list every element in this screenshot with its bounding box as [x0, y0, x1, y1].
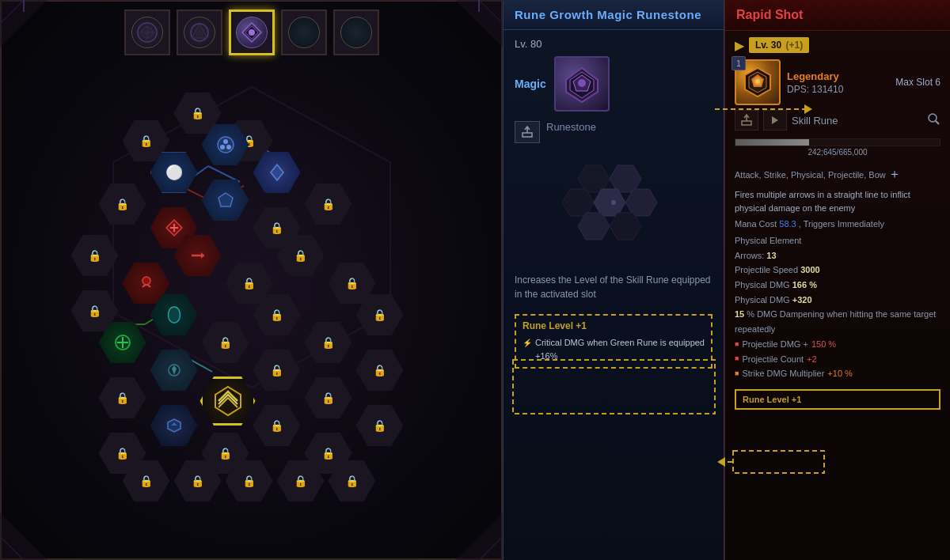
- svg-marker-53: [772, 116, 778, 124]
- hex-node-blue-1[interactable]: ⚪: [149, 150, 200, 195]
- level-badge: Lv. 30 (+1): [749, 37, 809, 53]
- rune-slot-5[interactable]: [333, 9, 379, 55]
- play-btn[interactable]: [763, 110, 787, 131]
- exp-bar-bg: [735, 138, 940, 146]
- svg-point-51: [755, 79, 760, 84]
- hex-node-locked-29[interactable]: 🔒: [327, 459, 378, 503]
- svg-marker-42: [562, 189, 594, 216]
- rune-level-title: Rune Level +1: [522, 320, 705, 331]
- stat-strike-mult: ■ Strike DMG Multiplier +10 %: [735, 366, 940, 381]
- svg-marker-46: [610, 213, 641, 240]
- rapid-dps: DPS: 131410: [787, 84, 843, 95]
- hex-node-locked-22[interactable]: 🔒: [252, 403, 302, 448]
- hex-node-locked-26[interactable]: 🔒: [173, 459, 223, 503]
- export-btn[interactable]: [515, 121, 540, 143]
- hex-node-locked-28[interactable]: 🔒: [276, 459, 326, 503]
- stat-element: Physical Element: [735, 233, 940, 248]
- hex-node-blue-5[interactable]: [149, 403, 200, 448]
- hex-node-locked-4[interactable]: 🔒: [97, 182, 148, 226]
- hex-node-active-selected[interactable]: [199, 375, 257, 427]
- svg-marker-41: [610, 165, 641, 192]
- exp-bar-container: 242;645/665,000: [735, 138, 940, 157]
- runestone-body: Lv. 80 Magic Runestone: [504, 30, 724, 560]
- svg-point-10: [249, 29, 255, 36]
- runestone-level-row: Lv. 80: [515, 38, 712, 50]
- svg-rect-52: [742, 121, 751, 125]
- hex-node-red-3[interactable]: [173, 233, 223, 278]
- stat-phys-pct: Physical DMG 166 %: [735, 278, 940, 293]
- level-arrow-indicator: ▶: [735, 38, 744, 53]
- runestone-title: Rune Growth Magic Runestone: [515, 8, 712, 21]
- skill-tree-panel: 🔒 🔒 🔒 ⚪ 🔒: [0, 0, 503, 560]
- rapid-info-row: 1 Legendary DPS: 131410: [735, 59, 940, 105]
- export-skill-btn[interactable]: [735, 110, 758, 131]
- svg-line-55: [936, 121, 939, 124]
- rune-effect-icon: ⚡: [522, 337, 532, 349]
- hex-node-locked-7[interactable]: 🔒: [70, 233, 120, 278]
- svg-point-38: [578, 79, 586, 87]
- rapid-count-badge: 1: [732, 56, 746, 70]
- skill-rune-label: Skill Rune: [792, 115, 838, 127]
- rapid-mana: Mana Cost 58.3 , Triggers Immediately: [735, 219, 940, 229]
- stat-speed: Projectile Speed 3000: [735, 263, 940, 278]
- rapid-actions: Skill Rune: [735, 110, 940, 131]
- runestone-level: Lv. 80: [515, 38, 542, 50]
- rapid-shot-header: Rapid Shot: [725, 0, 950, 31]
- rapid-rune-level-box: Rune Level +1: [735, 389, 940, 410]
- hex-node-locked-25[interactable]: 🔒: [121, 459, 172, 503]
- hex-node-locked-9[interactable]: 🔒: [276, 233, 326, 278]
- svg-point-47: [611, 200, 616, 205]
- add-tag-btn[interactable]: ＋: [888, 167, 901, 180]
- hex-node-locked-27[interactable]: 🔒: [224, 459, 275, 503]
- search-icon-btn[interactable]: [926, 112, 940, 129]
- svg-marker-1: [0, 0, 48, 47]
- rapid-stats: Legendary DPS: 131410: [787, 70, 843, 95]
- rapid-shot-panel: Rapid Shot ▶ Lv. 30 (+1) 1: [724, 0, 950, 560]
- rune-slot-3[interactable]: [229, 9, 275, 55]
- hex-node-blue-4[interactable]: [200, 178, 251, 222]
- hex-node-locked-15[interactable]: 🔒: [355, 293, 405, 337]
- rune-slot-2[interactable]: [177, 9, 222, 55]
- hex-node-locked-14[interactable]: 🔒: [303, 320, 354, 365]
- stat-arrows: Arrows: 13: [735, 248, 940, 263]
- runestone-icon-row: Magic: [515, 56, 712, 112]
- rune-level-effect: ⚡ Critical DMG when Green Rune is equipp…: [522, 336, 705, 362]
- svg-point-54: [929, 114, 937, 122]
- rapid-shot-body: ▶ Lv. 30 (+1) 1: [725, 31, 950, 560]
- runestone-type-label: Magic: [515, 78, 546, 90]
- hex-node-blue-3[interactable]: [252, 150, 302, 195]
- hex-node-teal-1[interactable]: [149, 293, 200, 337]
- hex-node-locked-17[interactable]: 🔒: [252, 348, 302, 392]
- hex-node-blue-2[interactable]: [200, 123, 251, 167]
- rune-slot-4[interactable]: [281, 9, 327, 55]
- runestone-panel-header: Rune Growth Magic Runestone: [504, 0, 724, 30]
- stat-proj-dmg: ■ Projectile DMG + 150 %: [735, 337, 940, 352]
- hex-node-teal-2[interactable]: [149, 348, 200, 392]
- svg-point-23: [223, 139, 228, 144]
- rapid-rune-level-title: Rune Level +1: [743, 395, 933, 404]
- rune-slot-1[interactable]: [124, 9, 170, 55]
- rune-level-box: Rune Level +1 ⚡ Critical DMG when Green …: [515, 314, 712, 369]
- hex-grid: 🔒 🔒 🔒 ⚪ 🔒: [26, 71, 477, 538]
- hex-node-locked-18[interactable]: 🔒: [303, 376, 354, 420]
- rapid-gem-container: 1: [735, 59, 781, 105]
- svg-rect-39: [522, 133, 532, 137]
- svg-marker-44: [625, 189, 657, 216]
- hex-node-locked-13[interactable]: 🔒: [252, 293, 302, 337]
- stat-dampening: 15 % DMG Dampening when hitting the same…: [735, 307, 940, 336]
- runestone-action-row: Runestone: [515, 121, 712, 143]
- hex-node-locked-16[interactable]: 🔒: [97, 376, 148, 420]
- hex-node-locked-19[interactable]: 🔒: [355, 348, 405, 392]
- rapid-level-row: ▶ Lv. 30 (+1): [735, 37, 940, 53]
- hex-node-locked-6[interactable]: 🔒: [303, 182, 354, 226]
- exp-text: 242;645/665,000: [735, 148, 940, 157]
- runestone-description: Increases the Level of the Skill Rune eq…: [515, 267, 712, 308]
- hex-node-locked-12[interactable]: 🔒: [200, 320, 251, 365]
- hex-node-locked-24[interactable]: 🔒: [355, 403, 405, 448]
- rapid-description: Fires multiple arrows in a straight line…: [735, 188, 940, 214]
- svg-point-28: [142, 277, 150, 285]
- exp-bar-fill: [735, 139, 809, 146]
- svg-marker-40: [578, 165, 610, 192]
- hex-node-green-1[interactable]: [97, 320, 148, 365]
- svg-point-9: [191, 24, 208, 41]
